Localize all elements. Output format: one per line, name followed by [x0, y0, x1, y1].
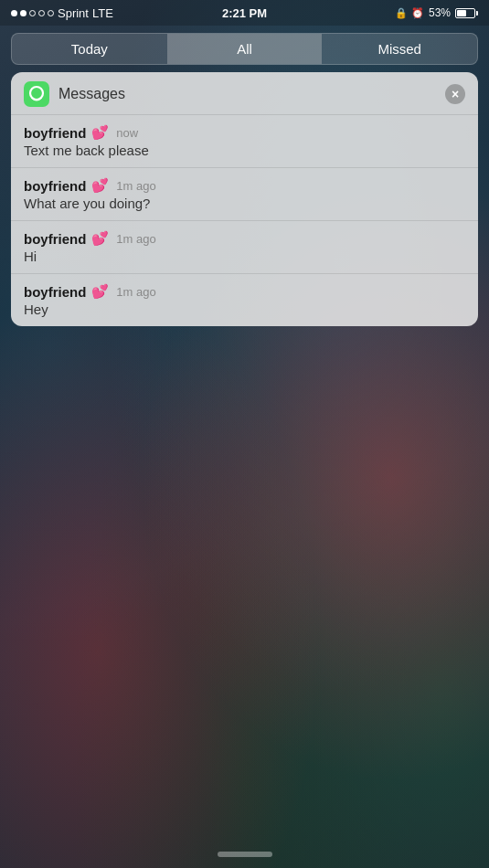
time-2: 1m ago — [116, 179, 155, 193]
sender-row-3: boyfriend 💕 1m ago — [24, 230, 465, 247]
signal-dot-1 — [11, 10, 17, 16]
sender-row-1: boyfriend 💕 now — [24, 124, 465, 141]
message-item-3[interactable]: boyfriend 💕 1m ago Hi — [11, 221, 478, 274]
sender-name-3: boyfriend — [24, 231, 86, 247]
signal-dot-4 — [38, 10, 45, 16]
signal-dot-5 — [48, 10, 54, 16]
lock-icon: 🔒 — [395, 7, 408, 19]
home-indicator-area — [218, 852, 272, 857]
tab-today[interactable]: Today — [12, 34, 167, 64]
app-icon — [24, 81, 49, 107]
sender-name-2: boyfriend — [24, 178, 86, 194]
sender-row-2: boyfriend 💕 1m ago — [24, 177, 465, 194]
signal-dot-3 — [29, 10, 36, 16]
status-right: 🔒 ⏰ 53% — [395, 6, 478, 19]
time-1: now — [116, 126, 138, 140]
heart-emoji-1: 💕 — [91, 124, 109, 141]
battery-icon — [455, 8, 478, 18]
sender-row-4: boyfriend 💕 1m ago — [24, 283, 465, 300]
sender-name-4: boyfriend — [24, 284, 86, 300]
carrier-label: Sprint — [58, 6, 89, 20]
app-name-label: Messages — [58, 86, 445, 102]
message-text-1: Text me back please — [24, 143, 465, 158]
notification-card: Messages × boyfriend 💕 now Text me back … — [11, 72, 478, 326]
message-item-1[interactable]: boyfriend 💕 now Text me back please — [11, 115, 478, 168]
home-indicator[interactable] — [218, 852, 272, 857]
message-text-3: Hi — [24, 249, 465, 264]
message-item-4[interactable]: boyfriend 💕 1m ago Hey — [11, 274, 478, 326]
status-bar: Sprint LTE 2:21 PM 🔒 ⏰ 53% — [0, 0, 489, 26]
notification-header: Messages × — [11, 72, 478, 115]
time-3: 1m ago — [116, 232, 155, 246]
battery-tip — [476, 11, 478, 16]
tab-all[interactable]: All — [167, 34, 323, 64]
time-4: 1m ago — [116, 285, 155, 299]
notification-tabs: Today All Missed — [11, 33, 478, 65]
tab-missed[interactable]: Missed — [322, 34, 477, 64]
time-display: 2:21 PM — [222, 6, 267, 20]
signal-dot-2 — [20, 10, 27, 16]
sender-name-1: boyfriend — [24, 125, 86, 141]
heart-emoji-2: 💕 — [91, 177, 109, 194]
heart-emoji-3: 💕 — [91, 230, 109, 247]
heart-emoji-4: 💕 — [91, 283, 109, 300]
battery-body — [455, 8, 475, 18]
network-label: LTE — [92, 6, 113, 20]
signal-dots — [11, 10, 54, 16]
message-item-2[interactable]: boyfriend 💕 1m ago What are you doing? — [11, 168, 478, 221]
close-button[interactable]: × — [445, 84, 465, 104]
battery-percent: 53% — [429, 6, 451, 19]
alarm-icon: ⏰ — [411, 7, 424, 19]
message-text-4: Hey — [24, 302, 465, 317]
status-left: Sprint LTE — [11, 6, 113, 20]
battery-fill — [457, 10, 466, 16]
message-text-2: What are you doing? — [24, 196, 465, 211]
status-icons: 🔒 ⏰ — [395, 7, 424, 19]
